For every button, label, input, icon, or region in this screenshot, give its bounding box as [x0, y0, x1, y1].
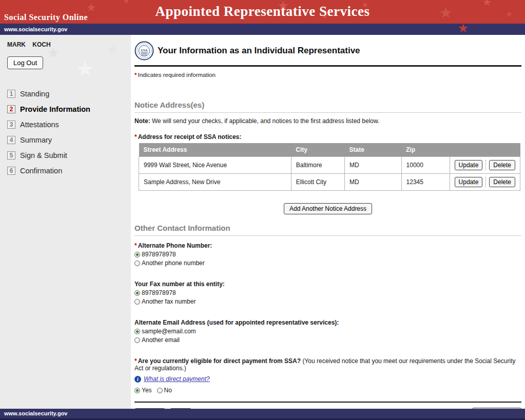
- step-number: 6: [7, 167, 15, 175]
- direct-payment-options: Yes No: [134, 385, 521, 394]
- what-is-direct-payment-link[interactable]: What is direct payment?: [144, 375, 210, 383]
- step-label: Summary: [20, 136, 52, 144]
- cell-street: 9999 Wall Street, Nice Avenue: [139, 157, 291, 174]
- star-decoration: ★: [457, 24, 469, 34]
- main-content: USA Your Information as an Individual Re…: [131, 35, 525, 409]
- radio-option-phone-other[interactable]: Another phone number: [134, 259, 521, 267]
- update-button[interactable]: Update: [455, 177, 483, 187]
- action-divider: [485, 177, 486, 187]
- other-contact-heading: Other Contact Information: [134, 224, 521, 236]
- cell-actions: Update Delete: [450, 157, 520, 174]
- add-address-row: Add Another Notice Address: [134, 203, 521, 214]
- fax-number-label: Your Fax number at this entity:: [134, 281, 521, 288]
- radio-option-email-other[interactable]: Another email: [134, 336, 521, 344]
- cell-state: MD: [344, 157, 401, 174]
- update-button[interactable]: Update: [455, 160, 483, 170]
- radio-icon: [157, 388, 163, 393]
- radio-option-fax-current[interactable]: 8978978978: [134, 289, 521, 296]
- cell-zip: 12345: [401, 174, 450, 191]
- bottom-divider: [134, 402, 521, 403]
- cell-actions: Update Delete: [450, 174, 520, 191]
- step-number: 2: [7, 105, 15, 113]
- col-state: State: [344, 143, 401, 157]
- cell-city: Baltimore: [291, 157, 344, 174]
- cell-state: MD: [344, 174, 401, 191]
- required-note: *Indicates required information: [134, 72, 521, 78]
- radio-option-label: Another fax number: [142, 298, 196, 305]
- radio-option-no[interactable]: No: [157, 387, 172, 394]
- step-label: Provide Information: [20, 105, 90, 113]
- step-number: 1: [7, 90, 15, 98]
- table-header-row: Street Address City State Zip: [139, 143, 520, 157]
- step-number: 5: [7, 151, 15, 159]
- cell-zip: 10000: [401, 157, 450, 174]
- svg-text:USA: USA: [141, 48, 147, 52]
- col-street-address: Street Address: [139, 143, 291, 157]
- ssa-seal-icon: USA: [134, 41, 154, 61]
- fax-number-group: Your Fax number at this entity: 89789789…: [134, 281, 521, 305]
- alternate-phone-label: *Alternate Phone Number:: [134, 242, 521, 249]
- radio-icon: [134, 299, 140, 305]
- direct-payment-group: *Are you currently eligible for direct p…: [134, 357, 521, 394]
- step-label: Attestations: [20, 121, 59, 129]
- required-note-text: Indicates required information: [138, 72, 216, 78]
- address-table-label-text: Address for receipt of SSA notices:: [138, 133, 242, 141]
- step-confirmation: 6 Confirmation: [7, 167, 131, 175]
- address-table-label: *Address for receipt of SSA notices:: [134, 133, 521, 141]
- radio-option-email-current[interactable]: sample@email.com: [134, 328, 521, 335]
- radio-option-phone-current[interactable]: 8978978978: [134, 251, 521, 258]
- step-label: Standing: [20, 90, 49, 98]
- required-asterisk: *: [134, 357, 137, 365]
- footer-url-text: www.socialsecurity.gov: [4, 410, 68, 416]
- radio-icon: [134, 261, 140, 266]
- col-city: City: [291, 143, 344, 157]
- progress-steps: 1 Standing 2 Provide Information 3 Attes…: [7, 90, 131, 175]
- delete-button[interactable]: Delete: [489, 177, 515, 187]
- direct-payment-label: *Are you currently eligible for direct p…: [134, 357, 521, 372]
- radio-icon: [134, 290, 140, 296]
- alternate-email-label: Alternate Email Address (used for appoin…: [134, 319, 521, 326]
- table-row: 9999 Wall Street, Nice Avenue Baltimore …: [139, 157, 520, 174]
- radio-option-label: 8978978978: [142, 251, 176, 258]
- action-divider: [485, 160, 486, 170]
- direct-payment-question: Are you currently eligible for direct pa…: [138, 357, 301, 365]
- step-number: 4: [7, 136, 15, 144]
- star-decoration: ★: [76, 58, 94, 79]
- page-header: USA Your Information as an Individual Re…: [134, 35, 521, 67]
- radio-icon: [134, 337, 140, 343]
- notice-address-table: Street Address City State Zip 9999 Wall …: [139, 143, 520, 191]
- radio-option-fax-other[interactable]: Another fax number: [134, 298, 521, 305]
- footer-url-bar: www.socialsecurity.gov: [0, 409, 525, 420]
- step-sign-submit: 5 Sign & Submit: [7, 151, 131, 159]
- delete-button[interactable]: Delete: [489, 160, 515, 170]
- required-asterisk: *: [134, 242, 137, 249]
- add-notice-address-button[interactable]: Add Another Notice Address: [284, 203, 372, 214]
- step-summary: 4 Summary: [7, 136, 131, 144]
- alternate-email-group: Alternate Email Address (used for appoin…: [134, 319, 521, 344]
- radio-option-label: sample@email.com: [142, 328, 196, 335]
- page-title: Your Information as an Individual Repres…: [158, 46, 360, 56]
- top-url-text: www.socialsecurity.gov: [4, 26, 68, 32]
- radio-option-label: 8978978978: [142, 289, 176, 296]
- radio-option-label: Yes: [142, 387, 152, 394]
- step-attestations: 3 Attestations: [7, 121, 131, 129]
- info-icon: [134, 376, 141, 383]
- radio-icon: [134, 388, 140, 393]
- agency-logo: Social Security Online: [4, 13, 88, 22]
- col-actions: [450, 143, 520, 157]
- step-number: 3: [7, 121, 15, 129]
- radio-option-yes[interactable]: Yes: [134, 387, 152, 394]
- col-zip: Zip: [401, 143, 450, 157]
- alternate-phone-label-text: Alternate Phone Number:: [138, 242, 212, 249]
- alternate-phone-group: *Alternate Phone Number: 8978978978 Anot…: [134, 242, 521, 267]
- radio-icon: [134, 252, 140, 257]
- notice-note: Note: We will send your checks, if appli…: [134, 117, 521, 125]
- table-row: Sample Address, New Drive Ellicott City …: [139, 174, 520, 191]
- step-provide-information: 2 Provide Information: [7, 105, 131, 113]
- radio-option-label: No: [164, 387, 172, 394]
- logout-button[interactable]: Log Out: [7, 56, 43, 69]
- note-text: We will send your checks, if applicable,…: [150, 117, 380, 125]
- radio-option-label: Another phone number: [142, 259, 205, 267]
- required-asterisk: *: [134, 133, 137, 141]
- required-asterisk: *: [134, 72, 137, 78]
